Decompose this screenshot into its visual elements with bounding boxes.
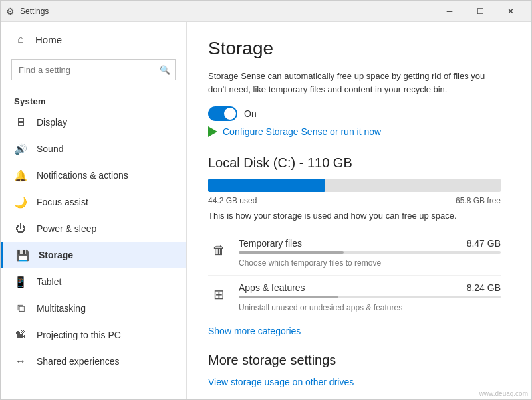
title-bar-left: ⚙ Settings — [6, 6, 49, 17]
sidebar-item-display[interactable]: 🖥 Display — [1, 109, 186, 136]
storage-item-icon: 🗑 — [208, 239, 229, 260]
watermark: www.deuaq.com — [479, 390, 528, 397]
focus-assist-icon: 🌙 — [14, 195, 27, 209]
shared-icon: ↔ — [14, 355, 27, 368]
configure-link[interactable]: Configure Storage Sense or run it now — [223, 126, 381, 137]
storage-item-bar — [239, 296, 501, 298]
sidebar-item-label-sound: Sound — [37, 144, 63, 154]
storage-item-info: Apps & features 8.24 GB Uninstall unused… — [239, 282, 501, 313]
arrow-icon — [208, 126, 217, 137]
sidebar-item-storage[interactable]: 💾 Storage — [1, 242, 186, 268]
display-icon: 🖥 — [14, 116, 27, 129]
sidebar-section-title: System — [1, 91, 186, 109]
storage-sense-description: Storage Sense can automatically free up … — [208, 70, 487, 96]
storage-item-bar-fill — [239, 296, 338, 298]
sidebar-item-tablet[interactable]: 📱 Tablet — [1, 268, 186, 295]
local-disk-title: Local Disk (C:) - 110 GB — [208, 155, 510, 171]
storage-item-desc: Choose which temporary files to remove — [239, 258, 381, 268]
title-bar: ⚙ Settings ─ ☐ ✕ — [1, 1, 531, 22]
minimize-button[interactable]: ─ — [434, 1, 465, 22]
sidebar-item-focus-assist[interactable]: 🌙 Focus assist — [1, 189, 186, 215]
sidebar-item-label-projecting: Projecting to this PC — [37, 330, 121, 340]
sidebar-item-label-shared: Shared experiences — [37, 356, 120, 367]
storage-icon: 💾 — [16, 249, 29, 262]
sidebar-item-label-display: Display — [37, 117, 67, 128]
storage-item-header: Apps & features 8.24 GB — [239, 282, 501, 293]
sidebar-item-label-power: Power & sleep — [37, 223, 96, 234]
window-title: Settings — [20, 7, 49, 16]
toggle-row: On — [208, 106, 510, 121]
sidebar-item-sound[interactable]: 🔊 Sound — [1, 136, 186, 162]
more-settings-title: More storage settings — [208, 353, 510, 368]
home-label: Home — [35, 34, 62, 45]
storage-usage-desc: This is how your storage is used and how… — [208, 211, 510, 221]
storage-item[interactable]: 🗑 Temporary files 8.47 GB Choose which t… — [208, 231, 501, 276]
sound-icon: 🔊 — [14, 142, 27, 155]
storage-item-info: Temporary files 8.47 GB Choose which tem… — [239, 238, 501, 268]
show-more-link[interactable]: Show more categories — [208, 326, 301, 336]
maximize-button[interactable]: ☐ — [465, 1, 495, 22]
sidebar-item-label-focus-assist: Focus assist — [37, 197, 88, 207]
sidebar-item-label-notifications: Notifications & actions — [37, 170, 128, 181]
sidebar-items-container: 🖥 Display 🔊 Sound 🔔 Notifications & acti… — [1, 109, 186, 375]
storage-item-name: Apps & features — [239, 282, 305, 293]
close-button[interactable]: ✕ — [495, 1, 526, 22]
sidebar-home[interactable]: ⌂ Home — [1, 22, 186, 56]
storage-item-bar-fill — [239, 251, 344, 254]
disk-bar-container — [208, 179, 501, 192]
search-icon: 🔍 — [160, 65, 170, 75]
disk-bar-labels: 44.2 GB used 65.8 GB free — [208, 196, 501, 205]
disk-bar-fill — [208, 179, 325, 192]
storage-item-size: 8.47 GB — [467, 238, 501, 249]
storage-item-size: 8.24 GB — [467, 282, 501, 293]
sidebar-item-shared[interactable]: ↔ Shared experiences — [1, 348, 186, 375]
page-title: Storage — [208, 38, 510, 59]
storage-sense-toggle[interactable] — [208, 106, 237, 121]
disk-free-label: 65.8 GB free — [456, 196, 501, 205]
search-input[interactable] — [11, 59, 176, 80]
storage-item-header: Temporary files 8.47 GB — [239, 238, 501, 249]
sidebar-item-notifications[interactable]: 🔔 Notifications & actions — [1, 162, 186, 189]
power-icon: ⏻ — [14, 222, 27, 235]
projecting-icon: 📽 — [14, 328, 27, 342]
window-controls: ─ ☐ ✕ — [434, 1, 526, 22]
sidebar-item-label-multitasking: Multitasking — [37, 303, 86, 314]
storage-item-bar — [239, 251, 501, 254]
storage-item-desc: Uninstall unused or undesired apps & fea… — [239, 303, 402, 312]
disk-used-label: 44.2 GB used — [208, 196, 257, 205]
content-area: ⌂ Home 🔍 System 🖥 Display 🔊 Sound 🔔 Noti… — [1, 22, 531, 399]
multitasking-icon: ⧉ — [14, 302, 27, 315]
toggle-label: On — [244, 108, 257, 119]
sidebar-item-label-storage: Storage — [39, 250, 73, 260]
notifications-icon: 🔔 — [14, 169, 27, 182]
sidebar: ⌂ Home 🔍 System 🖥 Display 🔊 Sound 🔔 Noti… — [1, 22, 187, 399]
storage-item-icon: ⊞ — [208, 284, 229, 305]
sidebar-item-multitasking[interactable]: ⧉ Multitasking — [1, 295, 186, 322]
settings-window: ⚙ Settings ─ ☐ ✕ ⌂ Home 🔍 System 🖥 Displ… — [0, 0, 532, 400]
view-storage-link[interactable]: View storage usage on other drives — [208, 377, 354, 387]
search-box: 🔍 — [11, 59, 176, 80]
storage-item-name: Temporary files — [239, 238, 302, 249]
storage-item[interactable]: ⊞ Apps & features 8.24 GB Uninstall unus… — [208, 276, 501, 320]
home-icon: ⌂ — [14, 33, 27, 46]
storage-items-container: 🗑 Temporary files 8.47 GB Choose which t… — [208, 231, 510, 320]
tablet-icon: 📱 — [14, 275, 27, 288]
sidebar-item-label-tablet: Tablet — [37, 276, 61, 287]
sidebar-item-power[interactable]: ⏻ Power & sleep — [1, 215, 186, 242]
sidebar-item-projecting[interactable]: 📽 Projecting to this PC — [1, 322, 186, 348]
configure-link-row: Configure Storage Sense or run it now — [208, 126, 510, 137]
main-content: Storage Storage Sense can automatically … — [187, 22, 531, 399]
